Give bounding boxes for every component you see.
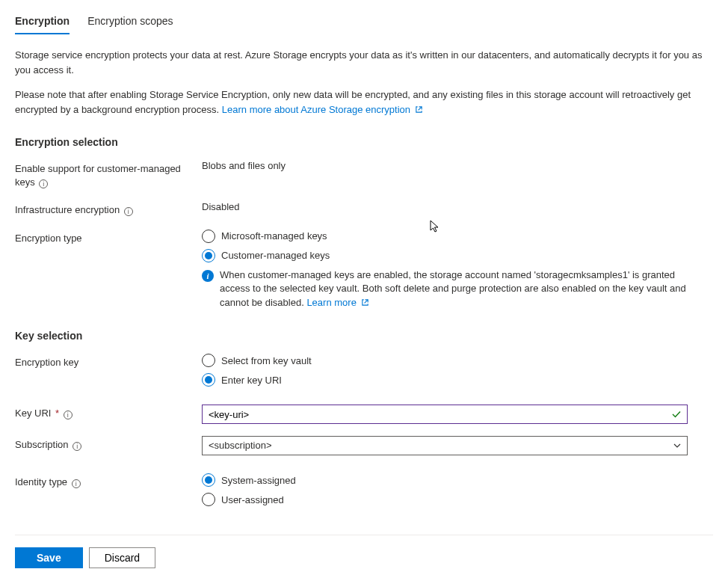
radio-system-assigned[interactable]: System-assigned	[202, 473, 688, 487]
radio-circle-icon	[202, 473, 215, 487]
key-uri-input[interactable]	[202, 405, 688, 424]
learn-more-cmk-link[interactable]: Learn more	[306, 297, 368, 308]
footer-divider	[15, 535, 713, 535]
radio-label-system: System-assigned	[221, 475, 296, 486]
value-infra-encryption: Disabled	[202, 201, 688, 212]
subscription-select[interactable]: <subscription>	[202, 436, 688, 455]
radio-group-encryption-type: Microsoft-managed keys Customer-managed …	[202, 230, 688, 311]
radio-label-microsoft: Microsoft-managed keys	[221, 230, 327, 242]
label-identity-type: Identity type i	[15, 473, 202, 489]
radio-circle-icon	[202, 230, 215, 243]
label-key-uri-text: Key URI	[15, 408, 51, 419]
info-icon[interactable]: i	[124, 207, 133, 216]
learn-more-storage-encryption-link[interactable]: Learn more about Azure Storage encryptio…	[222, 104, 423, 115]
radio-circle-icon	[202, 249, 215, 262]
radio-label-vault: Select from key vault	[221, 355, 312, 366]
label-identity-type-text: Identity type	[15, 476, 67, 488]
label-infra-encryption: Infrastructure encryption i	[15, 201, 202, 217]
tab-encryption[interactable]: Encryption	[15, 15, 70, 34]
section-title-encryption-selection: Encryption selection	[15, 136, 713, 148]
external-link-icon	[415, 105, 423, 114]
intro-text: Storage service encryption protects your…	[15, 48, 713, 117]
radio-group-identity-type: System-assigned User-assigned	[202, 473, 688, 506]
radio-microsoft-managed-keys[interactable]: Microsoft-managed keys	[202, 230, 688, 243]
intro-paragraph-1: Storage service encryption protects your…	[15, 48, 713, 77]
info-banner-body: When customer-managed keys are enabled, …	[220, 269, 686, 309]
info-banner-cmk: i When customer-managed keys are enabled…	[202, 268, 688, 311]
info-icon[interactable]: i	[39, 179, 48, 188]
section-title-key-selection: Key selection	[15, 330, 713, 342]
label-subscription-text: Subscription	[15, 439, 69, 450]
info-icon[interactable]: i	[64, 410, 73, 419]
learn-more-link-text: Learn more about Azure Storage encryptio…	[222, 104, 410, 115]
footer-buttons: Save Discard	[15, 547, 713, 568]
radio-label-user: User-assigned	[221, 494, 284, 505]
label-key-uri: Key URI * i	[15, 405, 202, 420]
info-banner-text: When customer-managed keys are enabled, …	[220, 268, 688, 311]
radio-user-assigned[interactable]: User-assigned	[202, 493, 688, 506]
radio-label-customer: Customer-managed keys	[221, 250, 330, 261]
label-infra-encryption-text: Infrastructure encryption	[15, 204, 120, 215]
external-link-icon	[361, 298, 369, 307]
required-asterisk: *	[55, 408, 59, 419]
radio-circle-icon	[202, 493, 215, 506]
radio-label-uri: Enter key URI	[221, 375, 282, 386]
radio-select-from-key-vault[interactable]: Select from key vault	[202, 354, 688, 367]
radio-customer-managed-keys[interactable]: Customer-managed keys	[202, 249, 688, 262]
tab-encryption-scopes[interactable]: Encryption scopes	[87, 15, 173, 34]
info-filled-icon: i	[202, 270, 214, 282]
info-icon[interactable]: i	[73, 442, 81, 451]
info-icon[interactable]: i	[72, 479, 81, 488]
radio-circle-icon	[202, 373, 215, 387]
learn-more-cmk-text: Learn more	[306, 297, 356, 308]
radio-enter-key-uri[interactable]: Enter key URI	[202, 373, 688, 387]
tabs-bar: Encryption Encryption scopes	[15, 15, 713, 34]
radio-circle-icon	[202, 354, 215, 367]
label-subscription: Subscription i	[15, 436, 202, 452]
label-encryption-type: Encryption type	[15, 230, 202, 245]
label-encryption-key: Encryption key	[15, 354, 202, 369]
discard-button[interactable]: Discard	[89, 547, 155, 568]
intro-paragraph-2: Please note that after enabling Storage …	[15, 87, 713, 117]
save-button[interactable]: Save	[15, 547, 83, 568]
radio-group-encryption-key: Select from key vault Enter key URI	[202, 354, 688, 387]
label-enable-support: Enable support for customer-managed keys…	[15, 160, 202, 189]
value-enable-support: Blobs and files only	[202, 160, 688, 171]
